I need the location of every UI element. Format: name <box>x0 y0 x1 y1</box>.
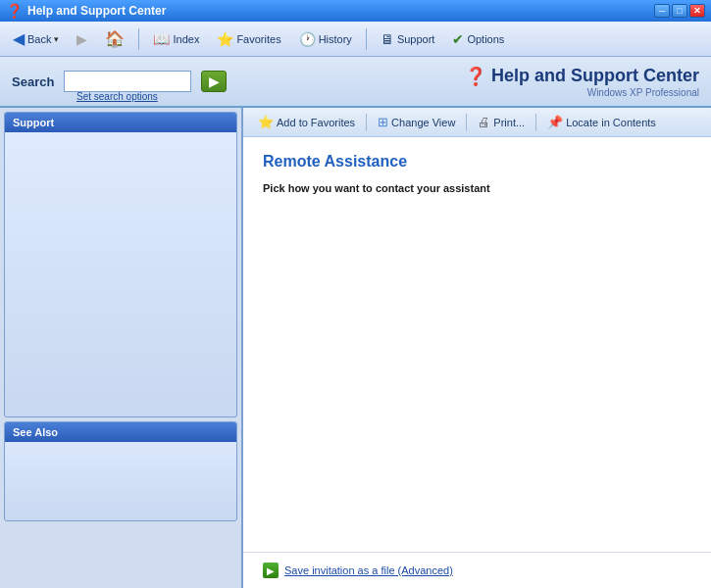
support-button[interactable]: 🖥 Support <box>374 27 442 51</box>
favorites-icon: ⭐ <box>217 31 233 47</box>
minimize-button[interactable]: ─ <box>654 4 670 18</box>
footer-link[interactable]: Save invitation as a file (Advanced) <box>284 564 453 576</box>
locate-icon: 📌 <box>547 115 563 129</box>
history-icon: 🕐 <box>299 31 316 47</box>
locate-label: Locate in Contents <box>566 117 656 128</box>
search-bar: Search ▶ Set search options ❓ Help and S… <box>0 57 711 108</box>
change-view-label: Change View <box>391 117 455 128</box>
header-subtitle: Windows XP Professional <box>465 87 699 98</box>
favorites-button[interactable]: ⭐ Favorites <box>210 27 287 51</box>
title-bar-icon: ❓ <box>6 3 23 19</box>
main-area: Support See Also ⭐ Add to Favorites ⊞ Ch… <box>0 108 711 588</box>
change-view-button[interactable]: ⊞ Change View <box>371 112 462 132</box>
sidebar: Support See Also <box>0 108 243 588</box>
history-label: History <box>319 33 352 45</box>
content-footer: ▶ Save invitation as a file (Advanced) <box>243 552 711 588</box>
history-button[interactable]: 🕐 History <box>292 27 359 51</box>
print-button[interactable]: 🖨 Print... <box>471 112 532 132</box>
support-section: Support <box>4 112 237 417</box>
home-button[interactable]: 🏠 <box>98 25 131 52</box>
ct-separator-2 <box>466 114 467 131</box>
search-label: Search <box>12 74 54 89</box>
support-section-header: Support <box>5 113 236 132</box>
search-options-link[interactable]: Set search options <box>76 91 158 102</box>
back-dropdown-icon: ▾ <box>54 34 59 44</box>
home-icon: 🏠 <box>105 29 125 48</box>
search-go-icon: ▶ <box>209 74 220 89</box>
locate-in-contents-button[interactable]: 📌 Locate in Contents <box>540 112 663 132</box>
toolbar: ◀ Back ▾ ▶ 🏠 📖 Index ⭐ Favorites 🕐 Histo… <box>0 22 711 57</box>
options-label: Options <box>467 33 504 45</box>
print-label: Print... <box>493 117 525 128</box>
seealso-section-body <box>5 442 236 520</box>
search-input[interactable] <box>64 71 191 92</box>
ct-separator-1 <box>366 114 367 131</box>
forward-button[interactable]: ▶ <box>70 27 94 51</box>
title-bar: ❓ Help and Support Center ─ □ ✕ <box>0 0 711 22</box>
page-title: Remote Assistance <box>263 153 691 171</box>
add-favorites-icon: ⭐ <box>258 115 274 129</box>
header-title-text: Help and Support Center <box>491 66 699 86</box>
support-section-body <box>5 132 236 416</box>
index-button[interactable]: 📖 Index <box>146 27 206 51</box>
forward-icon: ▶ <box>76 31 87 47</box>
page-subtitle: Pick how you want to contact your assist… <box>263 182 691 194</box>
maximize-button[interactable]: □ <box>672 4 687 18</box>
back-icon: ◀ <box>13 29 25 48</box>
ct-separator-3 <box>535 114 536 131</box>
options-button[interactable]: ✔ Options <box>445 27 511 51</box>
content-body: Remote Assistance Pick how you want to c… <box>243 137 711 552</box>
options-icon: ✔ <box>452 31 464 47</box>
add-favorites-label: Add to Favorites <box>277 117 355 128</box>
title-controls: ─ □ ✕ <box>654 4 705 18</box>
print-icon: 🖨 <box>478 115 490 129</box>
separator-1 <box>138 28 139 50</box>
content-toolbar: ⭐ Add to Favorites ⊞ Change View 🖨 Print… <box>243 108 711 137</box>
back-button[interactable]: ◀ Back ▾ <box>6 25 66 52</box>
close-button[interactable]: ✕ <box>689 4 705 18</box>
search-go-button[interactable]: ▶ <box>201 71 227 92</box>
support-label: Support <box>397 33 435 45</box>
add-to-favorites-button[interactable]: ⭐ Add to Favorites <box>251 112 362 132</box>
support-icon: 🖥 <box>381 31 394 47</box>
back-label: Back <box>27 33 51 45</box>
index-icon: 📖 <box>153 31 170 47</box>
change-view-icon: ⊞ <box>378 115 388 129</box>
seealso-section-header: See Also <box>5 422 236 442</box>
title-bar-text: Help and Support Center <box>27 4 166 18</box>
favorites-label: Favorites <box>236 33 280 45</box>
content-area: ⭐ Add to Favorites ⊞ Change View 🖨 Print… <box>243 108 711 588</box>
header-title: ❓ Help and Support Center Windows XP Pro… <box>465 66 699 98</box>
separator-2 <box>366 28 367 50</box>
index-label: Index <box>173 33 199 45</box>
footer-icon: ▶ <box>263 563 279 578</box>
seealso-section: See Also <box>4 421 237 521</box>
header-help-icon: ❓ <box>465 66 486 87</box>
